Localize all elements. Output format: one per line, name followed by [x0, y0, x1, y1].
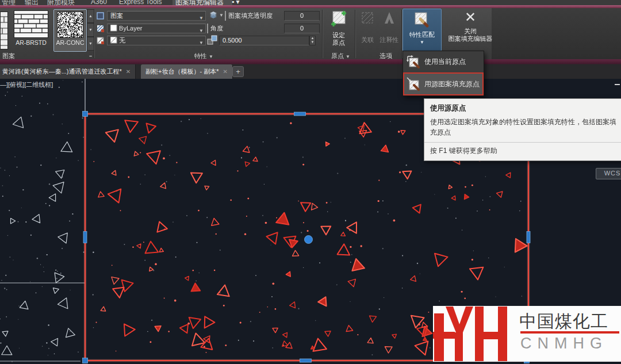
hatch-triangle [49, 194, 55, 201]
chevron-down-icon[interactable]: ▼ [219, 13, 224, 18]
hatch-triangle [276, 213, 289, 225]
scale-value-field[interactable]: 0.5000 [219, 36, 309, 45]
hatch-background-dropdown[interactable]: 无▼ [107, 36, 206, 45]
close-tab-icon[interactable]: ✕ [126, 68, 131, 75]
origin-panel-label[interactable]: 原点 ▼ [331, 52, 350, 60]
viewport-controls-label[interactable]: —][俯视][二维线框] [0, 81, 53, 89]
speck [255, 275, 256, 276]
ribbon-display-icon[interactable]: ▪ ▾ [232, 0, 240, 5]
speck [0, 168, 1, 168]
hatch-triangle [112, 277, 119, 285]
speck [174, 175, 175, 175]
hatch-triangle [20, 301, 28, 309]
hatch-triangle [347, 222, 356, 233]
color-swatch [110, 25, 117, 32]
hatch-triangle [352, 259, 365, 271]
hatch-dot [155, 263, 157, 266]
ribbon-tab-manage[interactable]: 管理 [2, 0, 16, 5]
hatch-dot [326, 202, 328, 204]
speck [161, 144, 162, 145]
speck [519, 210, 520, 212]
speck [6, 289, 7, 290]
hatch-dot [120, 210, 121, 211]
close-hatch-editor-button[interactable]: ✕ 关闭 图案填充编辑器 [447, 10, 493, 43]
set-origin-button[interactable]: 设定 原点 [325, 9, 352, 47]
center-grip[interactable] [305, 236, 313, 244]
speck [447, 208, 448, 209]
gallery-scroll-down-button[interactable]: ▼ [87, 23, 94, 37]
pattern-swatch-ar-conc[interactable]: AR-CONC [53, 9, 87, 52]
corner-grip[interactable] [83, 112, 88, 117]
pattern-swatch-partial[interactable] [0, 12, 8, 49]
hatch-dot [267, 306, 268, 308]
hatch-dot [206, 352, 207, 353]
file-tab[interactable]: 副柜+妆台（模板）- 副本*✕ [141, 64, 233, 79]
speck [402, 288, 402, 288]
edge-grip[interactable] [294, 112, 306, 116]
gallery-expand-button[interactable]: ▼━ [87, 37, 94, 51]
hatch-triangle [211, 160, 216, 166]
transparency-layers-icon[interactable] [209, 10, 218, 20]
ribbon-tab-hatch-editor[interactable]: 图案填充编辑器 [175, 0, 224, 5]
speck [166, 181, 167, 182]
swatch-label: AR-BRSTD [16, 39, 47, 46]
ribbon-tab-a360[interactable]: A360 [91, 0, 107, 5]
close-tab-icon[interactable]: ✕ [223, 68, 227, 75]
speck [272, 347, 273, 348]
new-tab-button[interactable]: + [232, 66, 244, 77]
hatch-triangle [346, 325, 353, 332]
scale-spinner[interactable]: ▲▼ [309, 36, 316, 45]
hatch-triangle [180, 324, 188, 333]
wcs-button[interactable]: WCS [596, 168, 621, 179]
hatch-triangle [191, 283, 201, 292]
ribbon-tab-output[interactable]: 输出 [25, 0, 39, 5]
hatch-triangle [58, 233, 68, 243]
transparency-label: 图案填充透明度 [225, 11, 283, 21]
edge-grip[interactable] [527, 232, 530, 243]
set-origin-icon [329, 9, 348, 30]
angle-value-field[interactable]: 0 [284, 24, 320, 33]
edge-grip[interactable] [300, 359, 312, 362]
transparency-value-field[interactable]: 0 [284, 11, 320, 21]
hatch-type-dropdown[interactable]: 图案▼ [107, 11, 206, 21]
hatch-color-dropdown[interactable]: ByLayer▼ [107, 24, 206, 33]
edge-grip[interactable] [83, 232, 87, 243]
hatch-dot [95, 322, 97, 323]
speck [48, 348, 49, 349]
speck [0, 319, 1, 320]
hatch-dot [176, 162, 177, 163]
file-tab-active[interactable]: 黄河路(黄河桥东—秦...)通讯管道迁改工程*✕ [0, 64, 136, 79]
speck [42, 286, 43, 287]
ribbon-tab-express[interactable]: Express Tools [119, 0, 162, 5]
hatch-dot [216, 233, 217, 235]
hatch-triangle [325, 331, 331, 336]
ribbon-tab-addins[interactable]: 附加模块 [47, 0, 75, 5]
speck [264, 184, 264, 185]
hatch-dot [307, 230, 309, 232]
pattern-swatch-ar-brstd[interactable]: AR-BRSTD [10, 10, 52, 46]
match-properties-button[interactable]: 特性匹配 ▼ [402, 9, 442, 51]
gallery-scroll-up-button[interactable]: ▲ [87, 9, 94, 23]
speck [197, 242, 198, 243]
hatch-dot [150, 341, 151, 343]
hatch-triangle [273, 328, 278, 332]
properties-panel-label[interactable]: 特性 ▼ [194, 52, 213, 60]
hatch-triangle [159, 248, 163, 252]
none-swatch [110, 37, 117, 44]
speck [331, 202, 332, 203]
hatch-triangle [53, 288, 59, 294]
speck [56, 278, 57, 279]
speck [49, 183, 50, 185]
speck [271, 245, 271, 246]
menu-item-use-current-origin[interactable]: 使用当前原点 [403, 51, 484, 72]
panel-separator [322, 10, 323, 58]
corner-grip[interactable] [83, 358, 88, 363]
speck [242, 129, 243, 131]
navbar-fragment [615, 84, 620, 85]
chevron-down-icon: ▼ [199, 26, 204, 35]
speck [271, 296, 273, 297]
menu-item-use-source-origin[interactable]: 用源图案填充原点 [403, 72, 484, 95]
speck [241, 157, 242, 158]
speck [5, 275, 6, 276]
speck [70, 331, 70, 332]
